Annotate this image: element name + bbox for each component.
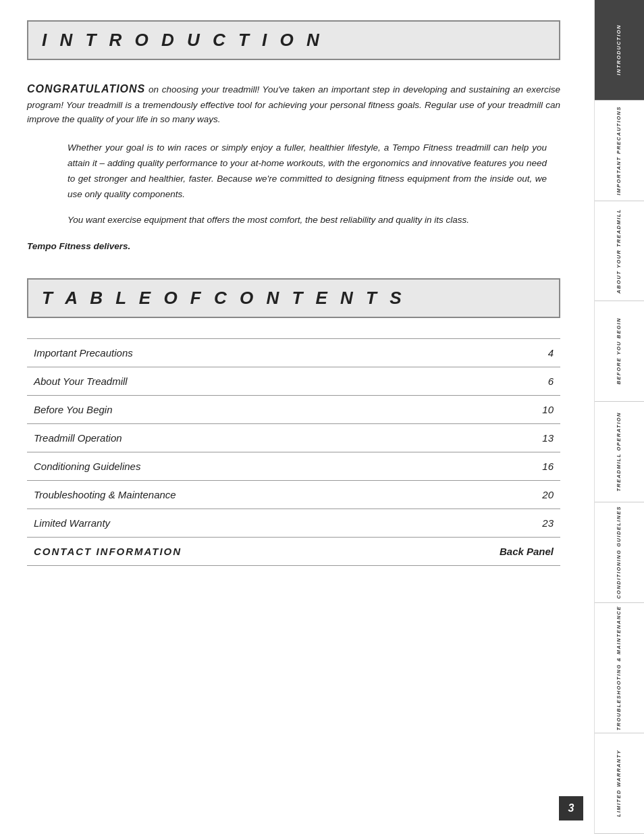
sidebar-item-about-your[interactable]: ABOUT YOUR TREADMILL: [595, 201, 644, 302]
sidebar-item-label: BEFORE YOU BEGIN: [616, 317, 622, 384]
toc-row: Conditioning Guidelines16: [27, 452, 560, 481]
toc-item-page: 6: [406, 367, 560, 396]
sidebar-item-conditioning[interactable]: CONDITIONING GUIDELINES: [595, 502, 644, 603]
toc-item-page: 20: [406, 481, 560, 509]
toc-row: Important Precautions4: [27, 339, 560, 367]
sidebar-item-label: ABOUT YOUR TREADMILL: [616, 209, 622, 294]
toc-row: About Your Treadmill6: [27, 367, 560, 396]
sidebar-item-treadmill[interactable]: TREADMILL OPERATION: [595, 402, 644, 502]
toc-section: T A B L E O F C O N T E N T S Important …: [27, 278, 560, 566]
indent-block: Whether your goal is to win races or sim…: [68, 140, 547, 228]
toc-item-page: Back Panel: [406, 538, 560, 566]
toc-item-title: About Your Treadmill: [27, 367, 406, 396]
toc-table: Important Precautions4About Your Treadmi…: [27, 338, 560, 566]
sidebar-item-introduction[interactable]: INTRODUCTION: [595, 0, 644, 101]
congratulations-paragraph: CONGRATULATIONS on choosing your treadmi…: [27, 80, 560, 127]
toc-item-page: 16: [406, 452, 560, 481]
toc-item-title: Treadmill Operation: [27, 424, 406, 452]
sidebar-item-label: IMPORTANT PRECAUTIONS: [616, 106, 622, 195]
sidebar-item-label: INTRODUCTION: [616, 24, 622, 76]
toc-item-title: Limited Warranty: [27, 509, 406, 538]
sidebar-item-label: TREADMILL OPERATION: [616, 412, 622, 492]
main-content: I N T R O D U C T I O N CONGRATULATIONS …: [0, 0, 594, 834]
toc-title: T A B L E O F C O N T E N T S: [42, 288, 545, 309]
page-number: 3: [559, 796, 583, 820]
toc-row: Troubleshooting & Maintenance20: [27, 481, 560, 509]
toc-item-page: 23: [406, 509, 560, 538]
toc-item-title: CONTACT INFORMATION: [27, 538, 406, 566]
toc-row: CONTACT INFORMATIONBack Panel: [27, 538, 560, 566]
toc-item-title: Important Precautions: [27, 339, 406, 367]
sidebar: INTRODUCTIONIMPORTANT PRECAUTIONSABOUT Y…: [594, 0, 644, 834]
sidebar-item-limited[interactable]: LIMITED WARRANTY: [595, 733, 644, 834]
toc-item-page: 4: [406, 339, 560, 367]
sidebar-item-label: LIMITED WARRANTY: [616, 750, 622, 816]
paragraph1: Whether your goal is to win races or sim…: [68, 140, 547, 203]
sidebar-item-before[interactable]: BEFORE YOU BEGIN: [595, 301, 644, 402]
toc-item-page: 13: [406, 424, 560, 452]
tagline: Tempo Fitness delivers.: [27, 241, 560, 251]
introduction-title: I N T R O D U C T I O N: [42, 30, 545, 51]
toc-item-title: Conditioning Guidelines: [27, 452, 406, 481]
sidebar-item-label: CONDITIONING GUIDELINES: [616, 506, 622, 599]
toc-item-title: Troubleshooting & Maintenance: [27, 481, 406, 509]
toc-row: Limited Warranty23: [27, 509, 560, 538]
paragraph2: You want exercise equipment that offers …: [68, 213, 547, 228]
toc-item-page: 10: [406, 396, 560, 424]
intro-block: CONGRATULATIONS on choosing your treadmi…: [27, 80, 560, 251]
toc-header: T A B L E O F C O N T E N T S: [27, 278, 560, 318]
introduction-header: I N T R O D U C T I O N: [27, 20, 560, 60]
sidebar-item-label: TROUBLESHOOTING & MAINTENANCE: [616, 606, 622, 731]
sidebar-item-troubleshooting[interactable]: TROUBLESHOOTING & MAINTENANCE: [595, 603, 644, 734]
toc-item-title: Before You Begin: [27, 396, 406, 424]
toc-row: Before You Begin10: [27, 396, 560, 424]
congratulations-bold: CONGRATULATIONS: [27, 83, 145, 95]
sidebar-item-important[interactable]: IMPORTANT PRECAUTIONS: [595, 101, 644, 201]
toc-row: Treadmill Operation13: [27, 424, 560, 452]
